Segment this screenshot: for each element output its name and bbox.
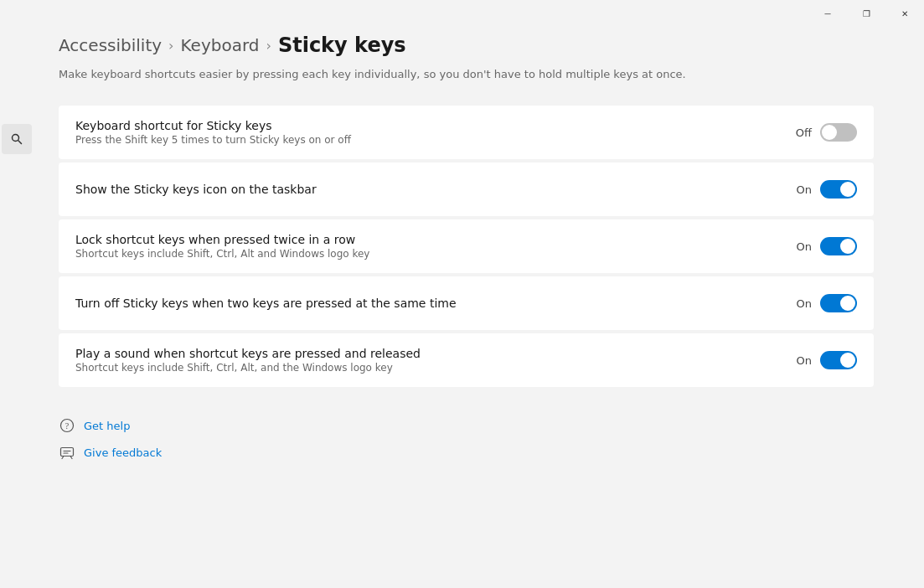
- give-feedback-label: Give feedback: [84, 446, 162, 459]
- toggle-thumb: [840, 296, 855, 311]
- toggle-thumb: [840, 182, 855, 197]
- svg-line-1: [18, 141, 22, 144]
- toggle-thumb: [822, 125, 837, 140]
- breadcrumb-accessibility[interactable]: Accessibility: [59, 35, 162, 55]
- get-help-link[interactable]: ? Get help: [59, 417, 874, 434]
- footer-links: ? Get help Give feedback: [59, 417, 874, 461]
- setting-turn-off-two-keys-text: Turn off Sticky keys when two keys are p…: [75, 297, 457, 310]
- main-content: Accessibility › Keyboard › Sticky keys M…: [0, 0, 924, 588]
- toggle-thumb: [840, 239, 855, 254]
- get-help-label: Get help: [84, 420, 130, 432]
- setting-turn-off-two-keys-toggle[interactable]: [820, 294, 857, 312]
- setting-play-sound-title: Play a sound when shortcut keys are pres…: [75, 347, 421, 360]
- breadcrumb: Accessibility › Keyboard › Sticky keys: [59, 34, 874, 57]
- setting-keyboard-shortcut-toggle[interactable]: [820, 123, 857, 142]
- setting-lock-shortcut-toggle-container: On: [797, 237, 857, 255]
- give-feedback-icon: [59, 444, 75, 461]
- setting-taskbar-icon: Show the Sticky keys icon on the taskbar…: [59, 162, 874, 216]
- page-description: Make keyboard shortcuts easier by pressi…: [59, 67, 874, 82]
- close-button[interactable]: ✕: [885, 0, 924, 27]
- setting-taskbar-icon-text: Show the Sticky keys icon on the taskbar: [75, 183, 317, 196]
- setting-keyboard-shortcut-text: Keyboard shortcut for Sticky keys Press …: [75, 119, 351, 146]
- maximize-button[interactable]: ❐: [847, 0, 885, 27]
- breadcrumb-separator-2: ›: [266, 38, 271, 54]
- breadcrumb-keyboard[interactable]: Keyboard: [180, 35, 259, 55]
- title-bar: ─ ❐ ✕: [808, 0, 924, 27]
- setting-lock-shortcut-toggle[interactable]: [820, 237, 857, 255]
- setting-lock-shortcut-title: Lock shortcut keys when pressed twice in…: [75, 233, 369, 246]
- breadcrumb-sticky-keys: Sticky keys: [278, 34, 406, 57]
- setting-keyboard-shortcut-label: Off: [796, 126, 812, 139]
- setting-turn-off-two-keys: Turn off Sticky keys when two keys are p…: [59, 276, 874, 330]
- minimize-button[interactable]: ─: [808, 0, 847, 27]
- search-icon: [11, 133, 23, 145]
- setting-turn-off-two-keys-title: Turn off Sticky keys when two keys are p…: [75, 297, 457, 310]
- get-help-icon: ?: [59, 417, 75, 434]
- svg-rect-4: [61, 448, 74, 456]
- svg-text:?: ?: [65, 421, 70, 431]
- setting-play-sound-text: Play a sound when shortcut keys are pres…: [75, 347, 421, 374]
- setting-taskbar-icon-toggle-container: On: [797, 180, 857, 199]
- setting-keyboard-shortcut-title: Keyboard shortcut for Sticky keys: [75, 119, 351, 132]
- setting-keyboard-shortcut-subtitle: Press the Shift key 5 times to turn Stic…: [75, 134, 351, 146]
- setting-play-sound-toggle[interactable]: [820, 351, 857, 369]
- breadcrumb-separator-1: ›: [168, 38, 173, 54]
- setting-keyboard-shortcut: Keyboard shortcut for Sticky keys Press …: [59, 106, 874, 159]
- setting-lock-shortcut-label: On: [797, 240, 812, 253]
- setting-taskbar-icon-label: On: [797, 183, 812, 196]
- setting-play-sound: Play a sound when shortcut keys are pres…: [59, 333, 874, 387]
- setting-play-sound-label: On: [797, 354, 812, 367]
- setting-turn-off-two-keys-label: On: [797, 297, 812, 310]
- search-button[interactable]: [2, 124, 32, 154]
- setting-taskbar-icon-title: Show the Sticky keys icon on the taskbar: [75, 183, 317, 196]
- setting-taskbar-icon-toggle[interactable]: [820, 180, 857, 199]
- setting-turn-off-two-keys-toggle-container: On: [797, 294, 857, 312]
- setting-keyboard-shortcut-toggle-container: Off: [796, 123, 857, 142]
- sidebar: [0, 117, 34, 161]
- setting-play-sound-toggle-container: On: [797, 351, 857, 369]
- setting-lock-shortcut-text: Lock shortcut keys when pressed twice in…: [75, 233, 369, 260]
- toggle-thumb: [840, 353, 855, 368]
- settings-list: Keyboard shortcut for Sticky keys Press …: [59, 106, 874, 387]
- setting-lock-shortcut-subtitle: Shortcut keys include Shift, Ctrl, Alt a…: [75, 248, 369, 260]
- setting-play-sound-subtitle: Shortcut keys include Shift, Ctrl, Alt, …: [75, 362, 421, 374]
- setting-lock-shortcut: Lock shortcut keys when pressed twice in…: [59, 219, 874, 273]
- give-feedback-link[interactable]: Give feedback: [59, 444, 874, 461]
